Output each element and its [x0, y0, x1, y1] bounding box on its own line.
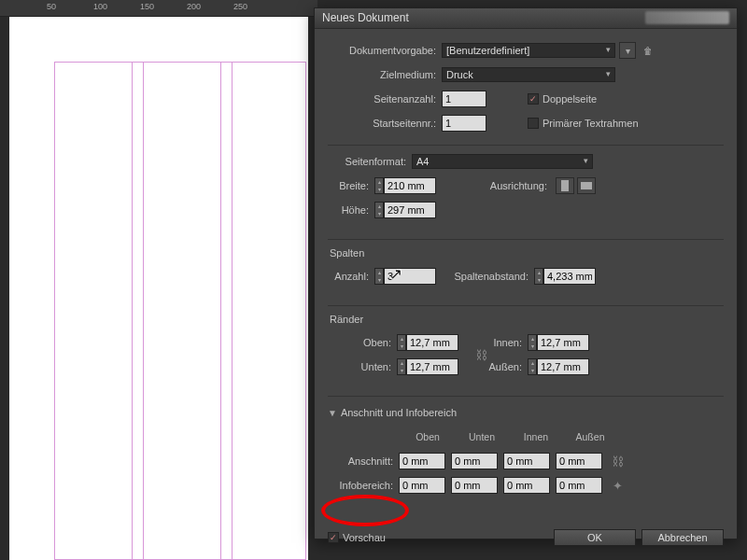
height-input[interactable]	[384, 202, 436, 218]
gutter-input[interactable]	[543, 268, 596, 285]
height-label: Höhe:	[328, 204, 374, 216]
pagesize-select[interactable]: A4	[412, 154, 593, 169]
margin-inner-spinner[interactable]: ▴▾	[528, 334, 537, 351]
margin-guides	[54, 62, 306, 560]
pages-input-group	[442, 91, 486, 107]
bleed-label: Anschnitt:	[328, 455, 399, 467]
columns-section-label: Spalten	[330, 247, 724, 259]
bleed-outer-input[interactable]	[556, 453, 602, 469]
column-count-input[interactable]	[384, 268, 436, 285]
intent-label: Zielmedium:	[328, 69, 442, 80]
bleed-section-label: Anschnitt und Infobereich	[341, 407, 457, 418]
preview-label: Vorschau	[343, 532, 386, 543]
preview-checkbox[interactable]	[328, 532, 339, 543]
startpage-input[interactable]	[442, 115, 486, 132]
orientation-portrait-button[interactable]	[556, 177, 574, 194]
ruler-mark: 50	[47, 2, 56, 11]
height-spinner[interactable]: ▴▾	[374, 202, 384, 218]
margin-bottom-spinner[interactable]: ▴▾	[397, 358, 406, 375]
margin-bottom-input[interactable]	[406, 358, 458, 375]
column-guide	[143, 62, 144, 560]
margin-bottom-label: Unten:	[328, 361, 397, 372]
margin-top-label: Oben:	[328, 337, 397, 348]
bleed-top-input[interactable]	[399, 453, 445, 469]
orientation-landscape-button[interactable]	[577, 177, 596, 194]
ruler-mark: 150	[140, 2, 154, 11]
startpage-label: Startseitennr.:	[328, 118, 442, 129]
orientation-label: Ausrichtung:	[436, 180, 553, 191]
ok-button[interactable]: OK	[554, 529, 636, 546]
bleed-header-inner: Innen	[509, 431, 563, 442]
save-preset-icon[interactable]: ▾	[619, 42, 636, 59]
bleed-section-disclosure-icon[interactable]: ▼	[328, 408, 337, 418]
bleed-header-bottom: Unten	[455, 431, 509, 442]
ruler-mark: 200	[187, 2, 201, 11]
slug-bottom-input[interactable]	[451, 477, 498, 494]
facing-pages-label: Doppelseite	[543, 93, 597, 105]
width-spinner[interactable]: ▴▾	[374, 177, 384, 194]
width-input[interactable]	[384, 177, 436, 194]
slug-outer-input[interactable]	[556, 477, 602, 494]
gutter-label: Spaltenabstand:	[436, 271, 534, 282]
ruler-mark: 100	[93, 2, 107, 11]
slug-top-input[interactable]	[399, 477, 445, 494]
cancel-button[interactable]: Abbrechen	[641, 529, 724, 546]
gutter-spinner[interactable]: ▴▾	[534, 268, 543, 285]
pages-input[interactable]	[442, 91, 486, 107]
page-preview	[26, 62, 306, 560]
primary-text-frame-label: Primärer Textrahmen	[543, 118, 639, 129]
column-guide	[132, 62, 133, 560]
column-guide	[232, 62, 233, 560]
window-controls-blur	[645, 11, 729, 24]
bleed-header-outer: Außen	[563, 431, 617, 442]
preset-label: Dokumentvorgabe:	[328, 45, 442, 56]
slug-label: Infobereich:	[328, 480, 399, 491]
column-count-label: Anzahl:	[328, 271, 374, 282]
margin-outer-input[interactable]	[537, 358, 589, 375]
bleed-bottom-input[interactable]	[451, 453, 498, 469]
bleed-header-top: Oben	[401, 431, 455, 442]
link-slug-icon[interactable]: ✦	[610, 474, 625, 497]
margin-top-input[interactable]	[406, 334, 458, 351]
width-label: Breite:	[328, 180, 374, 191]
ruler-mark: 250	[233, 2, 247, 11]
link-bleed-icon[interactable]: ⛓	[610, 450, 625, 472]
horizontal-ruler: 50 100 150 200 250	[0, 0, 317, 17]
bleed-inner-input[interactable]	[503, 453, 550, 469]
primary-text-frame-checkbox[interactable]	[528, 118, 539, 129]
margin-top-spinner[interactable]: ▴▾	[397, 334, 406, 351]
margins-section-label: Ränder	[330, 314, 724, 325]
slug-inner-input[interactable]	[503, 477, 550, 494]
margin-outer-spinner[interactable]: ▴▾	[528, 358, 537, 375]
intent-select[interactable]: Druck	[442, 67, 615, 82]
delete-preset-icon[interactable]: 🗑	[640, 42, 656, 59]
column-guide	[220, 62, 221, 560]
margin-inner-input[interactable]	[537, 334, 589, 351]
dialog-titlebar[interactable]: Neues Dokument	[315, 8, 737, 29]
column-count-spinner[interactable]: ▴▾	[374, 268, 384, 285]
pages-label: Seitenanzahl:	[328, 93, 442, 105]
preset-select[interactable]: [Benutzerdefiniert]	[442, 43, 615, 58]
pagesize-label: Seitenformat:	[328, 156, 412, 167]
facing-pages-checkbox[interactable]	[528, 93, 539, 105]
link-margins-icon[interactable]: ⛓	[473, 343, 488, 366]
document-canvas[interactable]	[9, 17, 308, 560]
new-document-dialog: Neues Dokument Dokumentvorgabe: [Benutze…	[314, 7, 738, 539]
dialog-title: Neues Dokument	[322, 11, 409, 24]
